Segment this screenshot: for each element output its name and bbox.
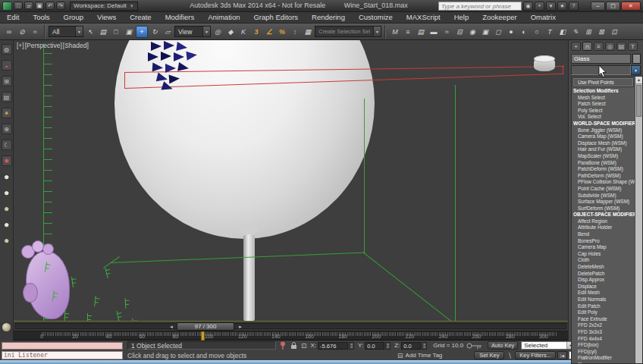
- cloth-shirt-icon[interactable]: T: [544, 26, 556, 38]
- key-filter-curve-icon[interactable]: ∖: [507, 352, 512, 359]
- mirror-icon[interactable]: M: [389, 26, 401, 38]
- create-tab-icon[interactable]: +: [571, 42, 581, 51]
- modifier-item[interactable]: FlatironModifier: [572, 355, 635, 362]
- select-and-link-icon[interactable]: ∞: [3, 26, 15, 38]
- modifier-item[interactable]: PatchDeform (WSM): [572, 166, 635, 173]
- motion-tab-icon[interactable]: ◎: [605, 42, 615, 51]
- material-ball-icon[interactable]: ●: [2, 187, 12, 198]
- modifier-item[interactable]: Mesh Select: [572, 95, 635, 102]
- modifier-item[interactable]: Edit Poly: [572, 309, 635, 316]
- select-and-move-icon[interactable]: +: [136, 26, 148, 38]
- time-slider-handle[interactable]: 97 / 300: [177, 322, 234, 331]
- favorites-star-icon[interactable]: ★: [557, 2, 567, 11]
- cube-tool-2-icon[interactable]: ⊠: [595, 26, 607, 38]
- unlink-selection-icon[interactable]: ⊘: [16, 26, 28, 38]
- time-slider[interactable]: ◄ 97 / 300 ►: [14, 322, 568, 331]
- macro-recorder-field[interactable]: [2, 342, 123, 350]
- calculator-tool-icon[interactable]: ⊞: [2, 76, 12, 86]
- modify-tab-icon[interactable]: ∩: [582, 42, 592, 51]
- spinner-snap-icon[interactable]: ↕: [289, 26, 301, 38]
- menu-item[interactable]: Group: [57, 12, 90, 23]
- modifier-item[interactable]: FFD(cyl): [572, 349, 635, 356]
- x-coordinate-field[interactable]: -5.676: [318, 342, 348, 350]
- keyboard-shortcut-override-icon[interactable]: K: [237, 26, 249, 38]
- modifier-item[interactable]: FFD 4x4x4: [572, 336, 635, 343]
- modifier-item[interactable]: PFlow Collision Shape (WSM): [572, 179, 635, 186]
- modifier-item[interactable]: Camera Map (WSM): [572, 133, 635, 140]
- menu-item[interactable]: Tools: [26, 12, 56, 23]
- menu-item[interactable]: Views: [90, 12, 123, 23]
- night-mode-icon[interactable]: ☾: [2, 140, 12, 150]
- a360-render-icon[interactable]: ◐: [518, 26, 530, 38]
- y-coordinate-field[interactable]: 0.0: [365, 342, 384, 350]
- select-object-icon[interactable]: ↖: [84, 26, 96, 38]
- transform-type-in-icon[interactable]: ⊡: [301, 342, 307, 350]
- material-editor-icon[interactable]: ◉: [466, 26, 478, 38]
- viewport-general-menu[interactable]: [+]: [17, 42, 24, 49]
- render-preview-icon[interactable]: ◒: [2, 60, 12, 71]
- viewport-shading-menu[interactable]: [Shaded]: [63, 42, 89, 49]
- sphere-tool-icon[interactable]: ○: [531, 26, 543, 38]
- modifier-item[interactable]: Disp Approx: [572, 277, 635, 284]
- modifier-item[interactable]: Displace Mesh (WSM): [572, 140, 635, 147]
- pick-tool-icon[interactable]: ✎: [569, 26, 582, 38]
- cube-tool-1-icon[interactable]: ⊞: [582, 26, 594, 38]
- undo-icon[interactable]: ↶: [45, 2, 55, 10]
- menu-item[interactable]: Create: [123, 12, 158, 23]
- plug-tool-icon[interactable]: ⊕: [2, 124, 12, 134]
- menu-item[interactable]: Animation: [201, 12, 246, 23]
- help-icon[interactable]: ?: [569, 2, 579, 11]
- hierarchy-tab-icon[interactable]: ≡: [594, 42, 604, 51]
- fire-tool-icon[interactable]: ✱: [2, 155, 12, 166]
- display-tab-icon[interactable]: ▤: [616, 42, 626, 51]
- open-file-icon[interactable]: ▱: [24, 2, 33, 10]
- dropdown-scrollbar[interactable]: ▲: [635, 77, 642, 363]
- render-setup-icon[interactable]: ▣: [479, 26, 491, 38]
- rectangular-selection-region-icon[interactable]: □: [110, 26, 122, 38]
- mini-curve-icon[interactable]: [2, 323, 11, 331]
- menu-item[interactable]: MAXScript: [400, 12, 447, 23]
- infocenter-search-input[interactable]: Type a keyword or phrase: [438, 2, 522, 11]
- select-and-rotate-icon[interactable]: ↻: [149, 26, 161, 38]
- modifier-item[interactable]: Edit Mesh: [572, 290, 635, 297]
- material-ball-icon[interactable]: ●: [2, 171, 12, 182]
- material-ball-icon[interactable]: ●: [2, 203, 12, 214]
- modifier-item[interactable]: ParaBone (WSM): [572, 160, 635, 167]
- previous-frame-icon[interactable]: ◄: [168, 323, 175, 331]
- modifier-item[interactable]: Face Extrude: [572, 316, 635, 323]
- 3dsmax-application-menu-icon[interactable]: [2, 2, 12, 11]
- angle-snap-icon[interactable]: ∠: [263, 26, 275, 38]
- selection-filter-dropdown[interactable]: All ▼: [49, 26, 83, 37]
- menu-item[interactable]: Omatrix: [524, 12, 563, 23]
- modifier-item[interactable]: Attribute Holder: [572, 224, 635, 231]
- pf-source-arrows[interactable]: [146, 40, 207, 95]
- layer-manager-icon[interactable]: ▤: [415, 26, 427, 38]
- rendered-frame-icon[interactable]: ◻: [492, 26, 504, 38]
- menu-item[interactable]: Zookeeper: [475, 12, 523, 23]
- material-ball-icon[interactable]: ●: [2, 235, 12, 246]
- menu-item[interactable]: Customize: [352, 12, 400, 23]
- communication-center-icon[interactable]: ▾: [546, 2, 556, 11]
- modifier-item[interactable]: Surface Mapper (WSM): [572, 199, 635, 206]
- curve-editor-icon[interactable]: ≈: [441, 26, 453, 38]
- perspective-viewport[interactable]: [+] [Perspective] [Shaded]: [14, 40, 568, 322]
- menu-item[interactable]: Modifiers: [158, 12, 202, 23]
- modifier-item[interactable]: Affect Region: [572, 218, 635, 225]
- named-selection-set-dropdown[interactable]: Create Selection Set ▼: [315, 26, 381, 37]
- purple-mesh-object[interactable]: [21, 239, 78, 322]
- viewport-tool-icon[interactable]: ◍: [2, 44, 12, 55]
- bind-to-space-warp-icon[interactable]: ≈: [29, 26, 41, 38]
- scroll-up-icon[interactable]: ▲: [635, 77, 642, 84]
- modifier-item[interactable]: Patch Select: [572, 101, 635, 108]
- object-name-field[interactable]: Glass: [571, 54, 631, 64]
- state-capture-icon[interactable]: ◧: [557, 26, 569, 38]
- snaps-toggle-icon[interactable]: 3: [250, 26, 262, 38]
- modifier-item[interactable]: Point Cache (WSM): [572, 186, 635, 193]
- modifier-item[interactable]: FFD 2x2x2: [572, 322, 635, 329]
- modifier-item[interactable]: Cap Holes: [572, 251, 635, 258]
- new-scene-icon[interactable]: □: [14, 2, 23, 10]
- z-coordinate-field[interactable]: 0.0: [401, 342, 421, 350]
- maxscript-mini-listener[interactable]: ini Listener: [2, 351, 123, 359]
- modifier-item[interactable]: Displace: [572, 284, 635, 290]
- modifier-item[interactable]: Cloth: [572, 257, 635, 264]
